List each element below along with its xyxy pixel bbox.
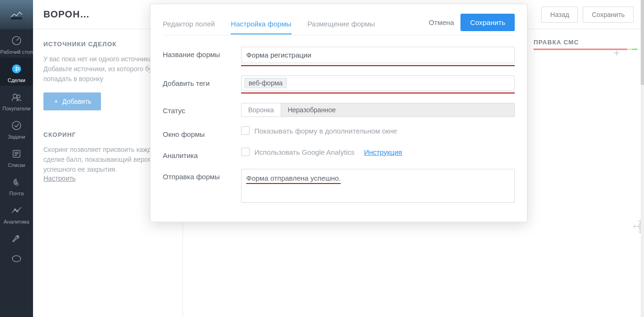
modal-tabs: Редактор полей Настройка формы Размещени… (163, 14, 515, 35)
window-scrollbar[interactable] (641, 0, 644, 317)
tab-field-editor[interactable]: Редактор полей (163, 14, 215, 34)
nav-label: Покупатели (2, 106, 31, 111)
status-stage[interactable]: Неразобранное (281, 103, 514, 117)
highlight-underline (241, 92, 515, 93)
nav-item-dashboard[interactable]: Рабочий стол (0, 29, 33, 58)
nav-item-settings[interactable] (0, 227, 33, 248)
add-source-button[interactable]: ＋ Добавить (43, 92, 101, 110)
label-window: Окно формы (163, 126, 233, 138)
analytics-instruction-link[interactable]: Инструкция (364, 148, 402, 156)
window-text: Показывать форму в дополнительном окне (254, 127, 397, 135)
wrench-icon (10, 232, 23, 245)
label-status: Статус (163, 103, 233, 115)
scoring-configure-link[interactable]: Настроить (43, 175, 75, 182)
add-stage-button[interactable]: ＋ (612, 46, 621, 59)
form-name-input[interactable] (241, 47, 515, 63)
svg-point-3 (13, 94, 17, 98)
back-button[interactable]: Назад (541, 7, 578, 23)
modal-cancel-button[interactable]: Отмена (429, 18, 454, 26)
status-select[interactable]: Воронка Неразобранное (241, 103, 515, 117)
gauge-icon (10, 34, 23, 47)
nav-item-deals[interactable]: Сделки (0, 58, 33, 86)
add-label: Добавить (62, 98, 92, 105)
label-tags: Добавить теги (163, 75, 233, 87)
nav-label: Почта (9, 191, 24, 196)
nav-item-analytics[interactable]: Аналитика (0, 199, 33, 227)
left-nav: Рабочий стол Сделки Покупатели Задачи Сп… (0, 0, 33, 317)
highlight-underline (241, 65, 515, 66)
nav-item-tasks[interactable]: Задачи (0, 114, 33, 142)
analytics-text: Использовать Google Analytics (254, 148, 354, 156)
check-circle-icon (10, 119, 23, 132)
nav-label: Рабочий стол (0, 49, 33, 55)
nav-label: Списки (8, 162, 25, 168)
stage-stripe (534, 49, 637, 50)
workspace-avatar[interactable] (0, 0, 33, 29)
label-analytics: Аналитика (163, 148, 233, 159)
people-icon (10, 91, 23, 104)
analytics-icon (10, 204, 23, 217)
nav-label: Задачи (8, 134, 25, 140)
label-submit: Отправка формы (163, 169, 233, 181)
analytics-checkbox[interactable] (241, 148, 250, 156)
svg-rect-0 (11, 17, 22, 19)
nav-item-chat[interactable] (0, 248, 33, 269)
mail-icon (10, 175, 23, 189)
list-icon (10, 147, 23, 160)
chat-icon (10, 253, 23, 266)
nav-item-lists[interactable]: Списки (0, 142, 33, 171)
submit-message-input[interactable]: Форма отправлена успешно. (241, 169, 515, 203)
header-actions: Назад Сохранить (541, 7, 634, 23)
nav-item-mail[interactable]: Почта (0, 171, 33, 199)
form-settings-modal: Редактор полей Настройка формы Размещени… (150, 4, 527, 222)
plus-icon: ＋ (53, 97, 59, 106)
save-button[interactable]: Сохранить (583, 7, 634, 23)
scrollbar-thumb[interactable] (641, 0, 644, 85)
tag-chip[interactable]: веб-форма (244, 78, 287, 88)
svg-point-5 (12, 121, 21, 130)
tags-input[interactable]: веб-форма (241, 75, 515, 91)
label-form-name: Название формы (163, 47, 233, 58)
submit-message-text: Форма отправлена успешно. (246, 174, 341, 184)
pipeline-stage[interactable]: ПРАВКА СМС (534, 39, 637, 50)
nav-label: Сделки (8, 77, 25, 83)
stage-label: ПРАВКА СМС (534, 39, 579, 46)
tab-form-settings[interactable]: Настройка формы (231, 14, 291, 34)
nav-label: Аналитика (4, 219, 29, 225)
nav-item-customers[interactable]: Покупатели (0, 86, 33, 114)
status-pipeline[interactable]: Воронка (242, 103, 281, 117)
deals-icon (10, 62, 23, 75)
window-checkbox[interactable] (241, 126, 250, 135)
page-title: ВОРОН… (43, 9, 90, 20)
modal-save-button[interactable]: Сохранить (460, 14, 515, 31)
tab-form-placement[interactable]: Размещение формы (308, 14, 375, 34)
svg-point-4 (17, 95, 20, 98)
